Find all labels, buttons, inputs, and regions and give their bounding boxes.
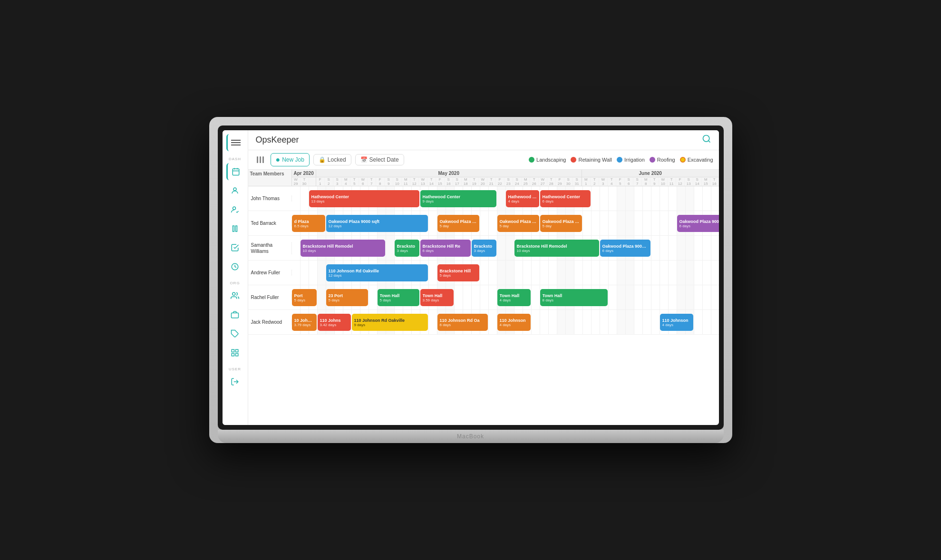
day-bg-cell <box>660 236 669 260</box>
job-bar[interactable]: Bracksto 3 days <box>472 240 496 257</box>
job-bar[interactable]: Oakwood Plaza 9000 sqft 12 days <box>326 215 428 232</box>
job-bar[interactable]: Town Hall 8 days <box>540 289 608 306</box>
day-cell: W10 <box>659 177 668 186</box>
day-bg-cell <box>369 285 378 309</box>
sidebar-item-pause[interactable] <box>226 220 243 237</box>
day-bg-cell <box>669 186 677 211</box>
job-bar[interactable]: 10 Johnson 3.79 days <box>292 314 317 331</box>
day-cell: S14 <box>693 177 702 186</box>
day-bg-cell <box>651 261 660 285</box>
day-bg-cell <box>600 310 609 334</box>
job-bar[interactable]: Oakwood Plaza 9000 sqft 5 day <box>540 215 582 232</box>
day-bg-cell <box>669 211 677 235</box>
job-bar[interactable]: Oakwood Plaza 9000 sqft 5 day <box>497 215 539 232</box>
sidebar-item-tasks[interactable] <box>226 239 243 256</box>
job-bar[interactable]: Hathewood Center 4 days <box>506 190 539 207</box>
row-name: Ted Barrack <box>248 220 292 226</box>
sidebar-item-logout[interactable] <box>226 373 243 390</box>
svg-point-4 <box>233 188 236 191</box>
profile-icon <box>231 186 239 195</box>
job-bar[interactable]: Brackstone Hill Remodel 10 days <box>514 240 599 257</box>
day-bg-cell <box>532 310 540 334</box>
org-card-icon <box>231 310 239 319</box>
lock-icon: 🔒 <box>319 156 326 163</box>
search-icon[interactable] <box>702 134 711 146</box>
select-date-button[interactable]: 📅 Select Date <box>355 154 404 165</box>
job-bar[interactable]: 110 Johnson Rd Oakville 12 days <box>326 264 428 281</box>
legend-irrigation: Irrigation <box>617 157 645 163</box>
job-bar[interactable]: Bracksto 3 days <box>395 240 419 257</box>
day-bg-cell <box>480 285 489 309</box>
day-bg-cell <box>651 211 660 235</box>
job-bar[interactable]: Brackstone Hill Re 6 days <box>420 240 471 257</box>
job-bar[interactable]: 110 Johnson 4 days <box>497 314 531 331</box>
job-bar[interactable]: Oakwood Plaza 9000 sqft 5 day <box>437 215 479 232</box>
sidebar-hamburger[interactable] <box>226 134 243 151</box>
job-bar[interactable]: 110 Johnson Rd Oakville 9 days <box>352 314 428 331</box>
month-may: May 2020 F1S2S3M4T5W6T7F8S9S10M11T12W13T… <box>316 170 582 186</box>
job-bar[interactable]: Hathewood Center 9 days <box>420 190 496 207</box>
svg-rect-6 <box>233 226 234 232</box>
day-bg-cell <box>686 261 694 285</box>
day-cell: S7 <box>633 177 642 186</box>
day-cell: S24 <box>513 177 522 186</box>
day-bg-cell <box>429 211 437 235</box>
day-bg-cell <box>626 310 634 334</box>
day-bg-cell <box>694 236 703 260</box>
day-bg-cell <box>626 261 634 285</box>
day-cell: T5 <box>350 177 359 186</box>
job-bar[interactable]: d Plaza 6.5 days <box>292 215 325 232</box>
sidebar-item-check-profile[interactable] <box>226 201 243 218</box>
day-cell: W27 <box>539 177 547 186</box>
job-bar[interactable]: 110 Johns 3.42 days <box>318 314 351 331</box>
sidebar-item-tag[interactable] <box>226 325 243 342</box>
svg-rect-0 <box>233 169 239 175</box>
landscaping-label: Landscaping <box>536 157 566 163</box>
job-bar[interactable]: Brackstone Hill 5 days <box>437 264 479 281</box>
day-bg-cell <box>429 310 437 334</box>
new-job-button[interactable]: ● New Job <box>271 153 310 166</box>
sidebar-item-profile[interactable] <box>226 182 243 199</box>
job-bar[interactable]: Port 5 days <box>292 289 317 306</box>
day-bg-cell <box>643 285 651 309</box>
row-cells: Port 5 days 23 Port 5 days Town Hall 5 d… <box>292 285 719 309</box>
job-bar[interactable]: 23 Port 5 days <box>326 289 368 306</box>
day-cell: T12 <box>410 177 419 186</box>
day-bg-cell <box>489 211 497 235</box>
job-bar[interactable]: Brackstone Hill Remodel 10 days <box>301 240 385 257</box>
gantt-scroll-area[interactable]: Team Members Apr 2020 W29 T30 <box>248 170 719 425</box>
table-row: Samantha Williams Brackstone Hill Remode… <box>248 236 719 261</box>
new-job-label: New Job <box>282 156 304 163</box>
locked-button[interactable]: 🔒 Locked <box>313 154 351 165</box>
sidebar-item-clock[interactable] <box>226 258 243 275</box>
job-bar[interactable]: Oakwood Plaza 9000 sqft 6 days <box>677 215 719 232</box>
sidebar-item-people[interactable] <box>226 287 243 304</box>
legend-landscaping: Landscaping <box>529 157 566 163</box>
sidebar-item-grid[interactable] <box>226 344 243 361</box>
job-bar[interactable]: 110 Johnson 4 days <box>660 314 693 331</box>
day-cell: S30 <box>564 177 573 186</box>
legend-items: Landscaping Retaining Wall Irrigation <box>529 157 713 163</box>
day-bg-cell <box>523 261 532 285</box>
day-cell: S17 <box>453 177 462 186</box>
job-bar[interactable]: Hathewood Center 6 days <box>540 190 591 207</box>
sidebar-item-calendar[interactable] <box>226 163 243 180</box>
excavating-label: Excavating <box>688 157 713 163</box>
job-bar[interactable]: 110 Johnson Rd Oa 6 days <box>437 314 488 331</box>
job-bar[interactable]: Town Hall 3.59 days <box>420 289 454 306</box>
day-bg-cell <box>489 310 497 334</box>
day-bg-cell <box>686 285 694 309</box>
job-bar[interactable]: Oakwood Plaza 9000 sqft 6 days <box>600 240 650 257</box>
job-bar[interactable]: Town Hall 5 days <box>378 289 419 306</box>
day-bg-cell <box>686 186 694 211</box>
month-jun-label: June 2020 <box>582 170 719 177</box>
job-bar[interactable]: Hathewood Center 13 days <box>309 190 419 207</box>
day-bg-cell <box>532 285 540 309</box>
view-toggle-icon[interactable] <box>254 154 267 165</box>
day-bg-cell <box>660 211 669 235</box>
day-cell: S9 <box>385 177 393 186</box>
job-bar[interactable]: Town Hall 4 days <box>497 289 531 306</box>
sidebar-item-org-card[interactable] <box>226 306 243 323</box>
day-bg-cell <box>583 310 592 334</box>
day-bg-cell <box>292 186 301 211</box>
